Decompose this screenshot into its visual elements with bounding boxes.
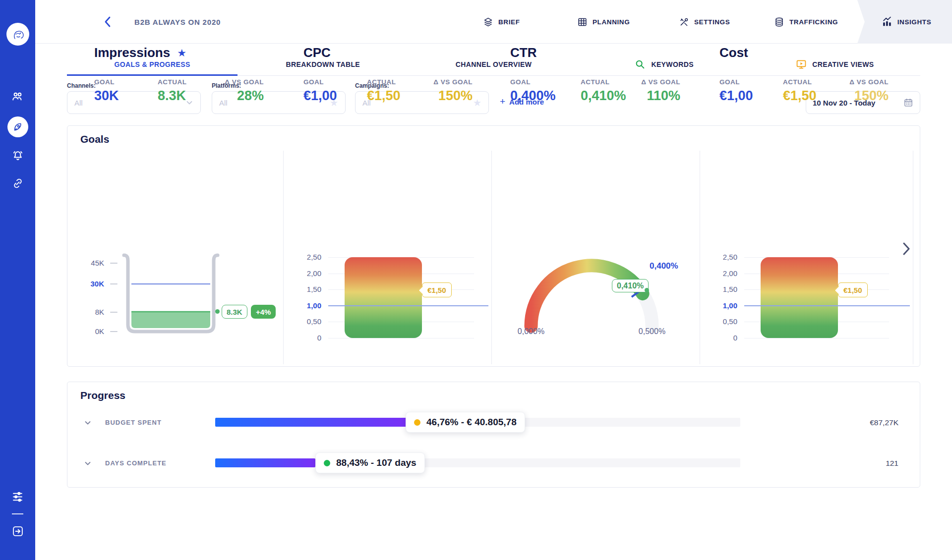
- app-window: B2B ALWAYS ON 2020 BRIEF PLANNING SETTIN…: [0, 0, 952, 560]
- budget-row-expand-button[interactable]: [83, 417, 94, 428]
- tab-channel-overview[interactable]: CHANNEL OVERVIEW: [408, 54, 579, 75]
- carousel-next-button[interactable]: [900, 241, 913, 256]
- rocket-icon: [12, 121, 23, 133]
- exit-icon: [11, 525, 24, 538]
- sidebar-item-preferences[interactable]: [0, 488, 35, 505]
- link-icon: [11, 177, 24, 190]
- goal-value: 0,400%: [510, 88, 581, 104]
- logo-face-icon: [9, 26, 26, 43]
- nav-item-planning[interactable]: PLANNING: [577, 0, 630, 44]
- axis-tick: 0,50: [282, 317, 321, 326]
- card-divider: [491, 151, 492, 364]
- budget-total-value: €87,27K: [839, 418, 898, 427]
- cpc-actual-tag: €1,50: [422, 282, 452, 297]
- plus-icon: +: [500, 96, 505, 107]
- tab-creative-views[interactable]: CREATIVE VIEWS: [750, 54, 920, 75]
- progress-panel-title: Progress: [80, 390, 125, 401]
- tank-tick-30k-goal: 30K: [64, 280, 118, 288]
- bell-icon: [11, 149, 24, 162]
- stat-label: GOAL: [94, 78, 158, 86]
- budget-progress-tooltip: 46,76% - € 40.805,78: [406, 412, 525, 433]
- nav-item-insights-active[interactable]: INSIGHTS: [857, 0, 952, 44]
- app-logo[interactable]: [6, 23, 29, 46]
- delta-value: 150%: [849, 88, 889, 104]
- delta-value: 28%: [225, 88, 264, 104]
- budget-progress-fill: [215, 418, 407, 427]
- gauge-fill: [531, 266, 643, 326]
- gauge-min-label: 0,000%: [509, 327, 553, 336]
- impressions-tank-chart: [120, 252, 222, 337]
- status-dot-green: [324, 460, 330, 466]
- cost-stats: GOAL €1,00 ACTUAL €1,50 Δ VS GOAL 150%: [719, 78, 889, 104]
- chevron-left-icon: [103, 15, 114, 28]
- sidebar: [0, 0, 35, 560]
- axis-tick: 0: [282, 334, 321, 342]
- days-progress-fill: [215, 458, 315, 467]
- nav-item-brief[interactable]: BRIEF: [483, 0, 520, 44]
- nav-label: INSIGHTS: [897, 18, 932, 26]
- sidebar-divider: [12, 513, 23, 514]
- ctr-stats: GOAL 0,400% ACTUAL 0,410% Δ VS GOAL 110%: [510, 78, 680, 104]
- axis-tick: 0: [698, 334, 737, 342]
- card-name: Cost: [719, 45, 748, 60]
- sidebar-item-links[interactable]: [0, 174, 35, 192]
- table-icon: [577, 17, 588, 27]
- back-button[interactable]: [103, 15, 117, 29]
- nav-label: BRIEF: [498, 18, 520, 26]
- creative-monitor-icon: [796, 59, 807, 70]
- days-row-expand-button[interactable]: [83, 458, 94, 469]
- actual-value: €1,50: [367, 88, 433, 104]
- cpc-goal-line: [328, 305, 488, 306]
- tank-tick-0k: 0K: [64, 327, 118, 336]
- goal-card-cost-title: Cost: [719, 45, 748, 60]
- goal-card-cpc-title: CPC: [303, 45, 331, 60]
- axis-tick: 2,00: [282, 269, 321, 278]
- tank-fill: [131, 312, 210, 328]
- days-complete-label: DAYS COMPLETE: [105, 459, 167, 467]
- stat-label: Δ VS GOAL: [225, 78, 264, 86]
- sidebar-item-logout[interactable]: [0, 522, 35, 540]
- sliders-icon: [11, 490, 24, 504]
- delta-value: 110%: [641, 88, 680, 104]
- goal-value: €1,00: [719, 88, 783, 104]
- team-icon: [11, 90, 24, 103]
- days-total-value: 121: [839, 459, 898, 468]
- tab-label: CHANNEL OVERVIEW: [456, 60, 532, 68]
- nav-label: TRAFFICKING: [789, 18, 838, 26]
- chevron-right-icon: [900, 241, 912, 256]
- goal-value: €1,00: [303, 88, 367, 104]
- tank-tick-8k: 8K: [64, 308, 118, 316]
- tab-label: BREAKDOWN TABLE: [286, 60, 360, 68]
- channels-filter-label: Channels:: [67, 82, 96, 89]
- campaign-title: B2B ALWAYS ON 2020: [134, 0, 221, 44]
- sidebar-item-team[interactable]: [0, 87, 35, 105]
- delta-value: 150%: [433, 88, 473, 104]
- star-icon: ★: [473, 97, 481, 109]
- axis-tick-goal: 1,00: [282, 301, 321, 310]
- axis-tick: 2,50: [698, 253, 737, 261]
- card-divider: [913, 151, 913, 364]
- favorite-star-icon[interactable]: ★: [177, 47, 186, 59]
- sidebar-item-campaigns-active[interactable]: [0, 116, 35, 138]
- delta-badge: +4%: [251, 305, 276, 319]
- nav-item-settings[interactable]: SETTINGS: [679, 0, 730, 44]
- sidebar-item-notifications[interactable]: [0, 147, 35, 165]
- nav-item-trafficking[interactable]: TRAFFICKING: [774, 0, 838, 44]
- gauge-goal-label: 0,400%: [650, 261, 678, 271]
- database-icon: [774, 17, 784, 27]
- tab-label: GOALS & PROGRESS: [114, 60, 190, 68]
- tools-icon: [679, 17, 689, 27]
- value-dot: [215, 309, 220, 314]
- insights-chart-icon: [882, 16, 892, 27]
- header: B2B ALWAYS ON 2020 BRIEF PLANNING SETTIN…: [35, 0, 952, 44]
- cpc-stats: GOAL €1,00 ACTUAL €1,50 Δ VS GOAL 150%: [303, 78, 473, 104]
- search-icon: [635, 59, 646, 70]
- gauge-actual-chip: 0,410%: [612, 279, 649, 292]
- chevron-down-icon: [83, 418, 92, 427]
- goal-card-ctr-title: CTR: [510, 45, 536, 60]
- axis-tick: 0,50: [698, 317, 737, 326]
- tank-tick-45k: 45K: [64, 259, 118, 267]
- card-name: CPC: [303, 45, 331, 60]
- gauge-value-dot: [645, 288, 649, 292]
- actual-value: 8.3K: [158, 88, 225, 104]
